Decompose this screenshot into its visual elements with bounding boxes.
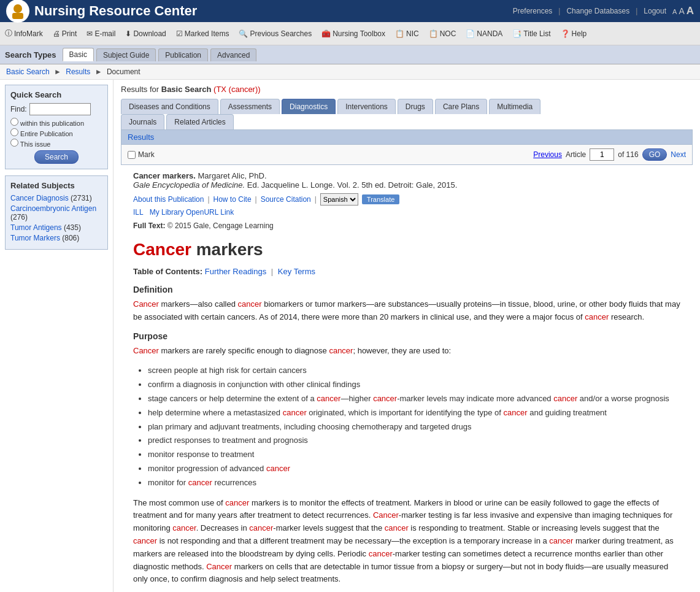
toolbar: ⓘ InfoMark 🖨 Print ✉ E-mail ⬇ Download ☑…	[0, 22, 700, 45]
tab-diagnostics[interactable]: Diagnostics	[282, 99, 336, 114]
title-list-button[interactable]: 📑 Title List	[512, 29, 550, 38]
preferences-link[interactable]: Preferences	[513, 7, 553, 15]
nanda-label: NANDA	[477, 29, 502, 38]
radio-within-publication[interactable]: within this publication	[10, 118, 102, 127]
email-label: E-mail	[94, 29, 115, 38]
print-button[interactable]: 🖨 Print	[53, 29, 77, 38]
nic-icon: 📋	[395, 29, 404, 38]
about-publication-link[interactable]: About this Publication	[133, 195, 204, 204]
marked-items-button[interactable]: ☑ Marked Items	[176, 29, 229, 38]
article-label: Article	[566, 150, 586, 159]
breadcrumb-results[interactable]: Results	[66, 67, 90, 76]
purpose-heading: Purpose	[133, 331, 680, 341]
tab-publication[interactable]: Publication	[158, 48, 208, 61]
how-to-cite-link[interactable]: How to Cite	[213, 195, 252, 204]
toc-label: Table of Contents:	[133, 267, 202, 276]
purpose-paragraph: The most common use of cancer markers is…	[133, 497, 680, 586]
citation-details: Ed. Jacqueline L. Longe. Vol. 2. 5th ed.…	[247, 180, 458, 190]
font-size-medium[interactable]: A	[679, 6, 684, 16]
nursing-toolbox-label: Nursing Toolbox	[333, 29, 385, 38]
tab-multimedia[interactable]: Multimedia	[489, 99, 540, 114]
article-ill: ILL My Library OpenURL Link	[133, 208, 680, 217]
logo	[6, 0, 29, 23]
tab-basic[interactable]: Basic	[63, 48, 94, 61]
tab-care-plans[interactable]: Care Plans	[435, 99, 487, 114]
previous-link[interactable]: Previous	[533, 150, 562, 159]
change-databases-link[interactable]: Change Databases	[566, 7, 629, 15]
marked-items-label: Marked Items	[185, 29, 229, 38]
definition-text: Cancer markers—also called cancer biomar…	[133, 298, 680, 324]
nic-button[interactable]: 📋 NIC	[395, 29, 419, 38]
related-subject-link-tumor-antigens[interactable]: Tumor Antigens	[10, 223, 62, 232]
article-content: Cancer markers. Margaret Alic, PhD. Gale…	[121, 165, 693, 592]
bullet-predict: predict responses to treatment and progn…	[148, 434, 680, 447]
cancer-diagnosis-count: (2731)	[71, 194, 92, 202]
radio-entire-publication[interactable]: Entire Publication	[10, 128, 102, 137]
download-icon: ⬇	[125, 29, 131, 38]
find-label: Find:	[10, 105, 27, 113]
article-nav: Mark Previous Article of 116 GO Next	[121, 145, 693, 165]
my-library-openurl-link[interactable]: My Library OpenURL Link	[150, 208, 234, 217]
tab-advanced[interactable]: Advanced	[210, 48, 256, 61]
help-label: Help	[572, 29, 587, 38]
results-link[interactable]: Results	[128, 133, 154, 142]
previous-searches-button[interactable]: 🔍 Previous Searches	[239, 29, 312, 38]
quick-search-title: Quick Search	[10, 90, 102, 99]
mark-checkbox: Mark	[128, 150, 155, 159]
infomark-button[interactable]: ⓘ InfoMark	[5, 28, 43, 39]
quick-search-box: Quick Search Find: within this publicati…	[5, 85, 108, 169]
tab-assessments[interactable]: Assessments	[220, 99, 280, 114]
mark-label: Mark	[138, 150, 155, 159]
header-left: Nursing Resource Center	[6, 0, 197, 23]
source-citation-link[interactable]: Source Citation	[261, 195, 311, 204]
radio-this-issue[interactable]: This issue	[10, 139, 102, 148]
nursing-toolbox-button[interactable]: 🧰 Nursing Toolbox	[321, 29, 385, 38]
toc-line: Table of Contents: Further Readings | Ke…	[133, 267, 680, 276]
mark-checkbox-input[interactable]	[128, 151, 136, 159]
font-size-large[interactable]: A	[687, 5, 694, 17]
prev-searches-icon: 🔍	[239, 29, 248, 38]
search-types-bar: Search Types Basic Subject Guide Publica…	[0, 45, 700, 64]
ill-link[interactable]: ILL	[133, 208, 144, 217]
translate-select[interactable]: Spanish	[320, 193, 358, 206]
download-label: Download	[133, 29, 166, 38]
tab-diseases-conditions[interactable]: Diseases and Conditions	[121, 99, 218, 114]
search-input[interactable]	[29, 103, 91, 115]
noc-button[interactable]: 📋 NOC	[429, 29, 456, 38]
tab-journals[interactable]: Journals	[121, 114, 164, 129]
tumor-antigens-count: (435)	[64, 223, 81, 232]
article-number-input[interactable]	[590, 148, 614, 161]
nanda-button[interactable]: 📄 NANDA	[466, 29, 502, 38]
tab-related-articles[interactable]: Related Articles	[166, 114, 233, 129]
key-terms-link[interactable]: Key Terms	[278, 267, 315, 276]
title-list-icon: 📑	[512, 29, 521, 38]
search-button[interactable]: Search	[34, 150, 79, 164]
breadcrumb-document: Document	[107, 67, 140, 76]
tab-interventions[interactable]: Interventions	[337, 99, 396, 114]
bullet-confirm: confirm a diagnosis in conjunction with …	[148, 379, 680, 391]
email-button[interactable]: ✉ E-mail	[87, 29, 115, 38]
go-button[interactable]: GO	[642, 148, 667, 161]
fulltext-line: Full Text: © 2015 Gale, Cengage Learning	[133, 221, 680, 230]
infomark-icon: ⓘ	[5, 28, 12, 39]
related-subject-link-cancer-diagnosis[interactable]: Cancer Diagnosis	[10, 194, 69, 202]
purpose-intro: Cancer markers are rarely specific enoug…	[133, 345, 680, 358]
related-subject-link-carcinoembryonic[interactable]: Carcinoembryonic Antigen	[10, 204, 96, 213]
further-readings-link[interactable]: Further Readings	[205, 267, 266, 276]
next-link[interactable]: Next	[671, 150, 686, 159]
citation-author: Margaret Alic, PhD.	[198, 171, 267, 180]
tab-drugs[interactable]: Drugs	[398, 99, 433, 114]
find-row: Find:	[10, 103, 102, 115]
content-tabs-row2: Journals Related Articles	[121, 114, 693, 129]
infomark-label: InfoMark	[14, 29, 43, 38]
breadcrumb-basic-search[interactable]: Basic Search	[6, 67, 50, 76]
font-size-small[interactable]: A	[672, 8, 677, 15]
help-button[interactable]: ❓ Help	[561, 29, 587, 38]
download-button[interactable]: ⬇ Download	[125, 29, 166, 38]
tab-subject-guide[interactable]: Subject Guide	[96, 48, 156, 61]
logout-link[interactable]: Logout	[644, 7, 666, 15]
related-subject-link-tumor-markers[interactable]: Tumor Markers	[10, 234, 60, 242]
breadcrumb: Basic Search ► Results ► Document	[0, 64, 700, 80]
translate-button[interactable]: Translate	[362, 194, 399, 204]
related-subject-tumor-markers: Tumor Markers (806)	[10, 234, 102, 242]
